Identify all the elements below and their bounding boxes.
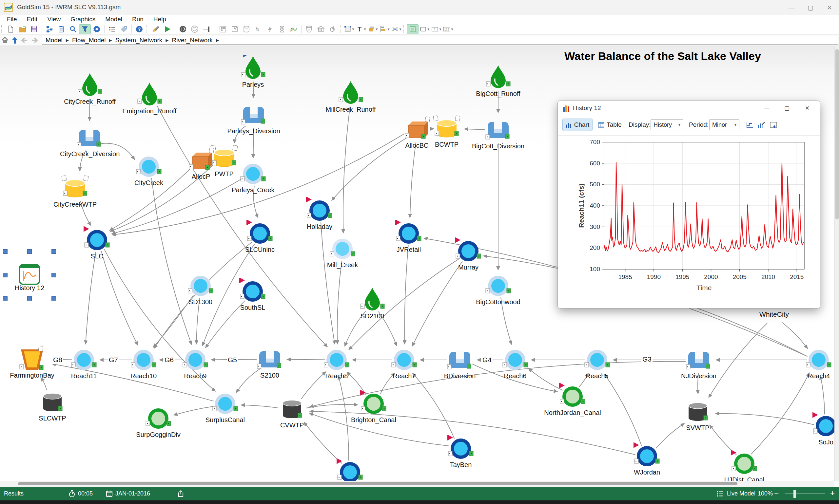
node-AllocP[interactable]: AllocP [171,147,230,180]
node-NJDiversion[interactable]: NJDiversion [669,346,728,380]
node-CityCreek[interactable]: CityCreek [119,153,178,187]
edit-chart-icon[interactable] [756,121,766,130]
node-Reach6[interactable]: Reach6 [486,346,545,380]
node-Brighton_Canal[interactable]: Brighton_Canal [344,390,403,424]
breadcrumb-item-flow_model[interactable]: Flow_Model [72,37,106,44]
node-Mill_Creek[interactable]: Mill_Creek [313,235,372,269]
node-Reach7[interactable]: Reach7 [374,346,434,380]
up-level-icon[interactable] [10,36,20,45]
node-CVWTP[interactable]: CVWTP [263,395,321,429]
node-BigCott_Diversion[interactable]: BigCott_Diversion [469,116,528,150]
node-Reach4[interactable]: Reach4 [789,346,834,380]
clipboard-icon[interactable] [55,24,67,34]
run-model-icon[interactable] [161,24,173,34]
node-SD1300[interactable]: SD1300 [171,272,230,306]
history-close-button[interactable]: ✕ [797,101,817,115]
history-window[interactable]: History 12 — ▢ ✕ Chart Table Display: Hi… [558,101,820,308]
node-WJordan[interactable]: WJordan [617,443,677,476]
search-icon[interactable] [67,24,79,34]
node-SLC[interactable]: SLC [68,226,126,260]
forward-icon[interactable] [30,36,39,45]
filter-icon[interactable] [79,24,91,34]
node-Murray[interactable]: Murray [439,237,498,271]
node-NorthJordan_Canal[interactable]: NorthJordan_Canal [543,383,602,417]
menu-run[interactable]: Run [127,16,148,23]
node-S2100[interactable]: S2100 [240,345,299,379]
node-Parleys_Diversion[interactable]: Parleys_Diversion [224,101,283,135]
node-BigCott_Runoff[interactable]: BigCott_Runoff [469,64,528,97]
note-tag-icon[interactable] [118,24,130,34]
menu-edit[interactable]: Edit [22,16,42,23]
table-tab-button[interactable]: Table [596,119,624,131]
node-UJDist_Canal[interactable]: UJDist_Canal [715,450,774,481]
zoom-slider-track[interactable] [785,493,825,494]
app-maximize-button[interactable]: ▢ [801,0,820,15]
app-close-button[interactable]: ✕ [820,0,839,15]
zoom-in-button[interactable]: + [830,489,835,498]
node-Holladay[interactable]: Holladay [290,197,349,231]
run-list-icon[interactable] [716,490,724,499]
node-AllocBC[interactable]: AllocBC [387,115,447,149]
zoom-slider-thumb[interactable] [793,490,796,498]
new-file-icon[interactable] [5,24,16,34]
menu-file[interactable]: File [2,16,22,23]
node-SLCWTP[interactable]: SLCWTP [23,389,82,422]
node-SouthSL[interactable]: SouthSL [223,278,282,311]
node-MillCreek_Runoff[interactable]: MillCreek_Runoff [321,79,380,113]
step-circle-icon[interactable] [177,24,189,34]
help-icon[interactable]: ? [134,24,145,34]
history-maximize-button[interactable]: ▢ [777,101,797,115]
app-minimize-button[interactable]: — [782,0,801,15]
node-BigCottonwood[interactable]: BigCottonwood [469,272,528,306]
menu-model[interactable]: Model [100,16,127,23]
vertical-scrollbar[interactable] [834,46,839,481]
breadcrumb-item-model[interactable]: Model [46,37,63,44]
menu-graphics[interactable]: Graphics [66,16,100,23]
node-History12[interactable]: History 12 [0,248,59,292]
zoom-out-button[interactable]: − [774,489,779,498]
node-Reach5[interactable]: Reach5 [567,346,627,380]
chart-tab-button[interactable]: Chart [562,119,593,131]
menu-view[interactable]: View [42,16,66,23]
breadcrumb-item-system_network[interactable]: System_Network [115,37,162,44]
bullet-list-icon[interactable] [106,24,118,34]
node-SurpGogginDiv[interactable]: SurpGogginDiv [129,405,188,438]
time-slider-icon[interactable] [200,24,212,34]
history-minimize-button[interactable]: — [756,101,777,115]
node-Parleys[interactable]: Parleys [224,55,282,88]
period-dropdown[interactable]: Minor▾ [709,119,739,130]
menu-help[interactable]: Help [148,16,171,23]
chart-settings-icon[interactable] [769,121,778,130]
text-tool-icon[interactable]: T▾ [355,24,367,34]
edit-mode-icon[interactable] [150,24,161,34]
shape-tool-icon[interactable]: ▾ [343,24,355,34]
node-BDiversion[interactable]: BDiversion [430,346,489,380]
spacing-tool-icon[interactable]: ▾ [390,24,402,34]
home-icon[interactable] [0,36,10,45]
node-SD2100[interactable]: SD2100 [343,286,402,320]
export-icon[interactable] [177,490,185,499]
back-icon[interactable] [20,36,30,45]
node-Parleys_Creek[interactable]: Parleys_Creek [224,160,282,194]
open-file-icon[interactable] [16,24,28,34]
breadcrumb-item-river_network[interactable]: River_Network [172,37,213,44]
node-JVRetail[interactable]: JVRetail [379,220,438,253]
node-SoJordan[interactable]: SoJo [797,412,834,446]
node-TayBen[interactable]: TayBen [431,435,490,469]
note-view-icon[interactable] [407,24,419,34]
save-file-icon[interactable] [28,24,40,34]
group-tool-icon[interactable]: ▾ [367,24,379,34]
timeseries-wave-icon[interactable] [288,24,300,34]
node-SVWTP[interactable]: SVWTP [668,398,727,432]
node-CityCreek_Runoff[interactable]: CityCreek_Runoff [60,72,119,105]
node-CityCreekWTP[interactable]: CityCreekWTP [46,175,105,208]
status-results[interactable]: Results [4,490,23,497]
node-CityCreek_Diversion[interactable]: CityCreek_Diversion [60,124,119,158]
vertical-scrollbar-thumb[interactable] [835,49,839,219]
horizontal-scrollbar-thumb[interactable] [18,482,737,485]
node-SLCUninc[interactable]: SLCUninc [230,220,290,253]
node-Reach8[interactable]: Reach8 [307,346,366,380]
node-Unnamed[interactable] [320,458,380,481]
node-SurplusCanal[interactable]: SurplusCanal [196,390,255,424]
display-dropdown[interactable]: History▾ [650,119,683,130]
